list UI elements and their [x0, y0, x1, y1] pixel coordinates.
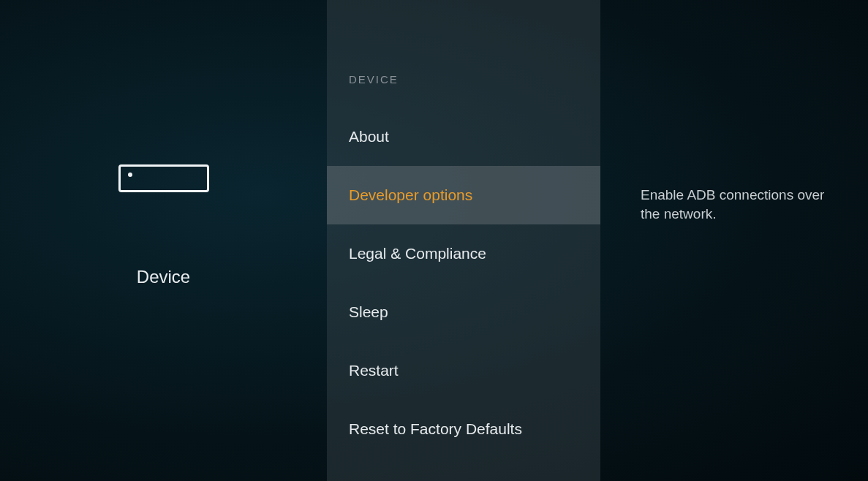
menu-item-about[interactable]: About — [327, 107, 600, 166]
menu-item-label: About — [349, 128, 389, 145]
menu-item-label: Reset to Factory Defaults — [349, 420, 522, 438]
device-icon — [118, 164, 209, 192]
menu-section-header: DEVICE — [327, 73, 600, 107]
menu-item-label: Legal & Compliance — [349, 245, 486, 262]
menu-item-sleep[interactable]: Sleep — [327, 283, 600, 341]
menu-item-label: Restart — [349, 362, 399, 379]
menu-item-restart[interactable]: Restart — [327, 341, 600, 400]
menu-item-developer-options[interactable]: Developer options — [327, 166, 600, 224]
category-panel: Device — [0, 0, 327, 481]
category-title: Device — [137, 267, 190, 287]
menu-item-label: Developer options — [349, 186, 472, 204]
menu-panel: DEVICE About Developer options Legal & C… — [327, 0, 600, 481]
description-panel: Enable ADB connections over the network. — [600, 0, 868, 481]
menu-item-legal-compliance[interactable]: Legal & Compliance — [327, 224, 600, 283]
description-text: Enable ADB connections over the network. — [641, 186, 846, 223]
menu-item-reset-factory-defaults[interactable]: Reset to Factory Defaults — [327, 400, 600, 458]
menu-item-label: Sleep — [349, 303, 388, 321]
